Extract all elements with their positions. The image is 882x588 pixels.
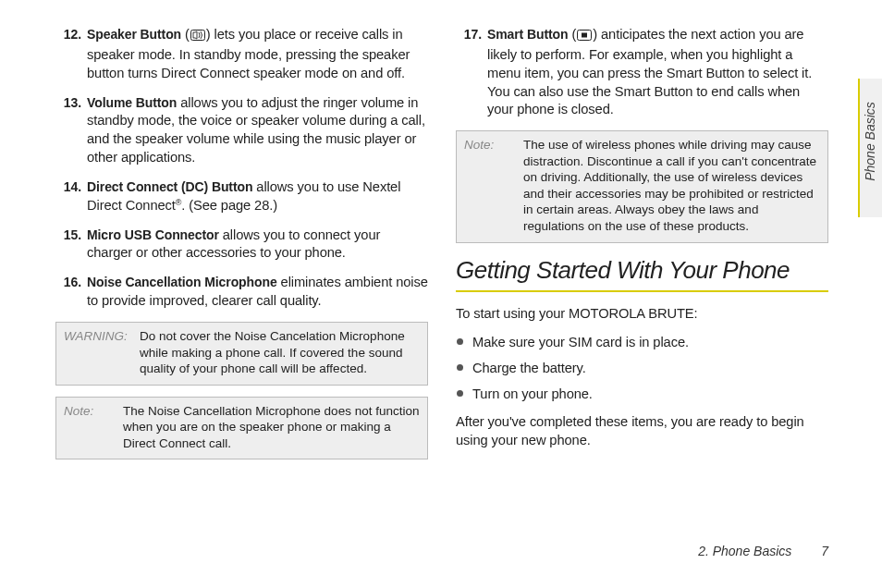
note-box: Note: The use of wireless phones while d… (456, 130, 828, 242)
item-label: Noise Cancellation Microphone (87, 275, 277, 289)
item-label: Direct Connect (DC) Button (87, 179, 252, 194)
list-item: 14. Direct Connect (DC) Button allows yo… (55, 178, 428, 215)
item-number: 13. (55, 94, 87, 167)
list-item: 16. Noise Cancellation Microphone elimin… (55, 274, 428, 311)
list-item: 17. Smart Button () anticipates the next… (456, 26, 828, 119)
list-item: Make sure your SIM card is in place. (456, 332, 828, 352)
text: . (See page 28.) (181, 198, 277, 213)
warning-text: Do not cover the Noise Cancelation Micro… (140, 328, 420, 377)
note-label: Note: (64, 403, 123, 452)
note-label: Note: (464, 137, 523, 234)
item-body: Volume Button allows you to adjust the r… (87, 94, 428, 167)
item-label: Micro USB Connector (87, 227, 219, 242)
note-text: The use of wireless phones while driving… (523, 137, 820, 234)
item-body: Speaker Button () lets you place or rece… (87, 26, 428, 83)
text: ( (185, 27, 190, 42)
text: ( (571, 27, 576, 42)
page-footer: 2. Phone Basics 7 (698, 544, 828, 558)
right-column: 17. Smart Button () anticipates the next… (456, 26, 828, 527)
list-item: 15. Micro USB Connector allows you to co… (55, 227, 428, 263)
warning-box: WARNING: Do not cover the Noise Cancelat… (55, 322, 428, 386)
note-box: Note: The Noise Cancellation Microphone … (55, 397, 428, 460)
outro-text: After you've completed these items, you … (456, 413, 828, 450)
speaker-icon (190, 28, 205, 46)
warning-label: WARNING: (64, 328, 140, 377)
note-text: The Noise Cancellation Microphone does n… (123, 403, 420, 452)
item-number: 16. (55, 274, 87, 311)
item-body: Smart Button () anticipates the next act… (487, 26, 828, 119)
list-item: 13. Volume Button allows you to adjust t… (55, 94, 428, 167)
side-tab-label: Phone Basics (863, 102, 877, 181)
item-number: 15. (55, 227, 87, 263)
svg-rect-2 (582, 33, 587, 38)
smart-icon (577, 28, 592, 46)
feature-list-right: 17. Smart Button () anticipates the next… (456, 26, 828, 119)
intro-text: To start using your MOTOROLA BRUTE: (456, 305, 828, 324)
heading-rule (456, 290, 828, 292)
list-item: Charge the battery. (456, 358, 828, 378)
item-label: Speaker Button (87, 27, 181, 42)
item-body: Micro USB Connector allows you to connec… (87, 227, 428, 263)
section-heading: Getting Started With Your Phone (456, 256, 828, 285)
item-body: Direct Connect (DC) Button allows you to… (87, 178, 428, 215)
bullet-list: Make sure your SIM card is in place. Cha… (456, 332, 828, 404)
page-content: 12. Speaker Button () lets you place or … (0, 0, 882, 545)
chapter-label: 2. Phone Basics (698, 544, 791, 558)
item-number: 17. (456, 26, 487, 119)
left-column: 12. Speaker Button () lets you place or … (55, 26, 428, 527)
feature-list-left: 12. Speaker Button () lets you place or … (55, 26, 428, 311)
item-number: 12. (55, 26, 87, 83)
list-item: Turn on your phone. (456, 384, 828, 404)
list-item: 12. Speaker Button () lets you place or … (55, 26, 428, 83)
item-label: Volume Button (87, 95, 177, 110)
item-body: Noise Cancellation Microphone eliminates… (87, 274, 428, 311)
page-number: 7 (821, 544, 828, 558)
item-number: 14. (55, 178, 87, 215)
item-label: Smart Button (487, 27, 568, 42)
